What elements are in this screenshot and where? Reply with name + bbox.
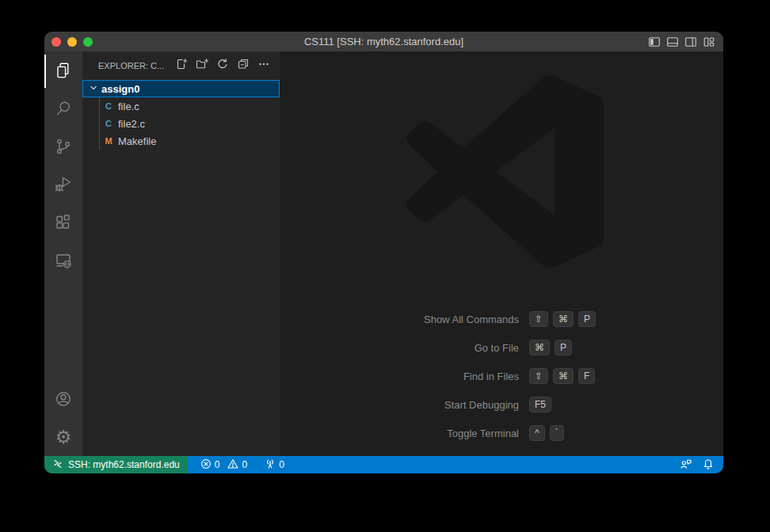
new-folder-icon[interactable] <box>196 58 208 74</box>
settings-gear-icon[interactable]: ⚙ <box>44 418 82 456</box>
editor-area: Show All Commands⇧⌘PGo to File⌘PFind in … <box>280 51 723 456</box>
key-cap: ` <box>550 425 564 441</box>
run-debug-icon[interactable] <box>44 165 82 203</box>
new-file-icon[interactable] <box>175 58 188 74</box>
feedback-icon[interactable] <box>680 458 692 472</box>
remote-indicator[interactable]: SSH: myth62.stanford.edu <box>44 456 188 473</box>
search-icon[interactable] <box>44 89 82 127</box>
key-cap: F <box>578 368 595 384</box>
tree-item-Makefile[interactable]: MMakefile <box>82 132 280 150</box>
explorer-icon[interactable] <box>44 51 82 89</box>
shortcut-label: Start Debugging <box>280 399 529 411</box>
shortcut-label: Find in Files <box>280 370 529 382</box>
key-cap: P <box>578 311 596 327</box>
accounts-icon[interactable] <box>44 380 82 418</box>
file-type-icon: C <box>102 101 115 111</box>
shortcut-label: Go to File <box>280 342 529 354</box>
explorer-sidebar: EXPLORER: C... assign0 Cfile.cCfile2.cMM… <box>82 51 280 456</box>
key-cap: ^ <box>529 425 545 441</box>
watermark-shortcut-row: Start DebuggingF5 <box>280 390 723 419</box>
close-window-button[interactable] <box>51 37 61 47</box>
file-name: Makefile <box>118 135 156 147</box>
toggle-sidebar-icon[interactable] <box>648 36 661 48</box>
tree-item-file2.c[interactable]: Cfile2.c <box>82 115 280 132</box>
ports-indicator[interactable]: 0 <box>265 458 289 472</box>
more-actions-icon[interactable] <box>257 58 270 74</box>
file-type-icon: M <box>102 136 115 146</box>
chevron-down-icon <box>87 82 100 97</box>
extensions-icon[interactable] <box>44 203 82 241</box>
key-cap: ⇧ <box>529 368 548 384</box>
file-tree: assign0 Cfile.cCfile2.cMMakefile <box>82 80 280 150</box>
vscode-window: CS111 [SSH: myth62.stanford.edu] <box>44 32 723 473</box>
warning-count: 0 <box>242 459 247 470</box>
remote-icon <box>52 458 63 472</box>
explorer-header-title: EXPLORER: C... <box>98 61 164 70</box>
watermark-shortcut-row: Toggle Terminal^` <box>280 419 723 447</box>
warning-icon <box>227 458 238 472</box>
file-type-icon: C <box>102 119 115 128</box>
file-name: file2.c <box>118 118 145 130</box>
watermark-shortcut-row: Show All Commands⇧⌘P <box>280 305 723 333</box>
watermark-shortcuts: Show All Commands⇧⌘PGo to File⌘PFind in … <box>280 305 723 447</box>
tree-item-file.c[interactable]: Cfile.c <box>82 97 280 115</box>
source-control-icon[interactable] <box>44 127 82 165</box>
key-cap: ⌘ <box>529 340 550 355</box>
key-cap: ⌘ <box>553 311 574 327</box>
file-name: file.c <box>118 101 139 112</box>
tree-folder-assign0[interactable]: assign0 <box>82 80 280 97</box>
vscode-logo-watermark <box>404 75 606 268</box>
refresh-icon[interactable] <box>216 58 229 74</box>
watermark-shortcut-row: Find in Files⇧⌘F <box>280 362 723 390</box>
minimize-window-button[interactable] <box>67 37 77 47</box>
bell-icon[interactable] <box>703 458 714 472</box>
status-bar: SSH: myth62.stanford.edu 0 0 0 <box>44 456 723 473</box>
window-title: CS111 [SSH: myth62.stanford.edu] <box>44 36 723 48</box>
maximize-window-button[interactable] <box>83 37 93 47</box>
customize-layout-icon[interactable] <box>703 36 715 48</box>
activity-bar: ⚙ <box>44 51 82 456</box>
folder-name: assign0 <box>101 83 139 95</box>
traffic-lights <box>51 32 93 51</box>
error-count: 0 <box>215 459 220 470</box>
key-cap: ⇧ <box>529 311 548 327</box>
shortcut-label: Show All Commands <box>280 314 529 325</box>
error-icon <box>200 458 212 472</box>
ports-count: 0 <box>279 459 284 470</box>
watermark-shortcut-row: Go to File⌘P <box>280 333 723 362</box>
remote-explorer-icon[interactable] <box>44 241 82 279</box>
problems-indicator[interactable]: 0 0 <box>200 458 252 472</box>
shortcut-label: Toggle Terminal <box>280 428 529 439</box>
key-cap: P <box>555 340 572 355</box>
key-cap: ⌘ <box>553 368 574 384</box>
collapse-all-icon[interactable] <box>237 58 250 74</box>
toggle-secondary-sidebar-icon[interactable] <box>684 36 697 48</box>
toggle-panel-icon[interactable] <box>666 36 679 48</box>
title-bar: CS111 [SSH: myth62.stanford.edu] <box>44 32 723 51</box>
key-cap: F5 <box>529 397 551 412</box>
remote-label: SSH: myth62.stanford.edu <box>68 459 180 470</box>
radio-tower-icon <box>265 458 276 472</box>
